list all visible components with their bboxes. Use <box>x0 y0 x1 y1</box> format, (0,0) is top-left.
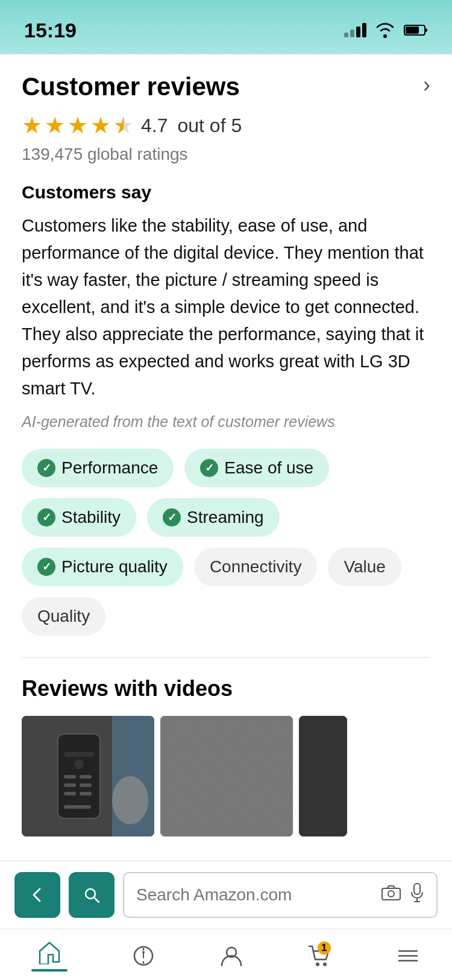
svg-point-34 <box>316 963 319 966</box>
star-1: ★ <box>22 112 42 139</box>
svg-rect-12 <box>64 805 91 809</box>
tag-quality[interactable]: Quality <box>22 597 105 636</box>
star-4: ★ <box>90 112 111 139</box>
svg-line-22 <box>94 897 99 902</box>
svg-rect-20 <box>299 716 347 836</box>
spacer <box>0 836 452 861</box>
nav-account[interactable] <box>219 944 243 968</box>
tag-check-streaming <box>163 508 181 526</box>
tag-connectivity[interactable]: Connectivity <box>194 548 318 586</box>
section-divider <box>22 657 430 658</box>
svg-rect-6 <box>64 775 76 779</box>
tag-performance[interactable]: Performance <box>22 449 174 487</box>
tag-value[interactable]: Value <box>328 548 401 586</box>
search-input-wrapper <box>123 872 438 918</box>
star-rating: ★ ★ ★ ★ ★ ★ <box>22 112 131 139</box>
back-button[interactable] <box>14 872 60 918</box>
home-indicator <box>0 978 452 980</box>
video-thumb-1[interactable] <box>22 716 154 836</box>
svg-point-4 <box>74 759 84 769</box>
nav-active-indicator <box>31 969 67 972</box>
search-input[interactable] <box>136 885 372 905</box>
tag-check-picture-quality <box>37 558 55 576</box>
video-thumbnails-row <box>0 716 452 836</box>
rating-out-of: out of 5 <box>177 115 242 137</box>
tags-container: Performance Ease of use Stability Stream… <box>22 449 430 636</box>
svg-point-35 <box>323 963 327 966</box>
svg-rect-9 <box>80 783 92 787</box>
menu-icon <box>395 944 421 968</box>
chevron-right-icon[interactable]: › <box>423 72 430 98</box>
home-icon <box>37 940 62 964</box>
bottom-nav: 1 <box>0 929 452 978</box>
cart-badge: 1 <box>318 941 331 955</box>
nav-menu[interactable] <box>395 944 421 968</box>
star-half: ★ ★ <box>113 112 131 139</box>
mic-icon[interactable] <box>410 882 424 907</box>
battery-icon <box>404 24 428 37</box>
global-ratings: 139,475 global ratings <box>22 145 430 164</box>
video-thumb-3[interactable] <box>299 716 347 836</box>
page-title: Customer reviews <box>22 72 240 101</box>
svg-rect-1 <box>406 27 419 34</box>
status-time: 15:19 <box>24 19 77 42</box>
reviews-videos-title: Reviews with videos <box>22 676 430 701</box>
svg-rect-5 <box>64 752 94 757</box>
svg-rect-25 <box>414 884 420 894</box>
tag-check-ease-of-use <box>200 459 218 477</box>
tag-check-performance <box>37 459 55 477</box>
account-icon <box>219 944 243 968</box>
video-thumb-2[interactable] <box>160 716 293 836</box>
nav-cart[interactable]: 1 <box>307 944 332 968</box>
rating-score: 4.7 <box>141 115 168 137</box>
camera-icon[interactable] <box>381 884 401 905</box>
star-2: ★ <box>45 112 65 139</box>
svg-point-24 <box>388 891 394 897</box>
deals-icon <box>131 944 156 968</box>
video-thumb-2-img <box>160 716 293 836</box>
tag-stability[interactable]: Stability <box>22 498 136 537</box>
svg-rect-16 <box>160 716 293 836</box>
tag-ease-of-use[interactable]: Ease of use <box>184 449 329 487</box>
wifi-icon <box>375 22 395 38</box>
svg-rect-8 <box>64 783 76 787</box>
svg-rect-10 <box>64 792 76 795</box>
svg-point-32 <box>142 951 145 953</box>
svg-rect-23 <box>382 888 400 900</box>
status-icons <box>344 22 428 38</box>
main-content: Customer reviews › ★ ★ ★ ★ ★ ★ 4.7 out o… <box>0 54 452 836</box>
nav-deals[interactable] <box>131 944 156 968</box>
star-3: ★ <box>67 112 88 139</box>
tag-picture-quality[interactable]: Picture quality <box>22 548 183 586</box>
ai-generated-note: AI-generated from the text of customer r… <box>22 413 430 431</box>
video-thumb-1-img <box>22 716 154 836</box>
search-bar-container <box>0 861 452 929</box>
customers-say-text: Customers like the stability, ease of us… <box>22 212 430 402</box>
status-bar: 15:19 <box>0 0 452 54</box>
svg-rect-11 <box>80 792 92 795</box>
svg-rect-7 <box>80 775 92 779</box>
svg-rect-14 <box>112 716 154 836</box>
video-thumb-3-img <box>299 716 347 836</box>
search-icon-button[interactable] <box>69 872 115 918</box>
rating-row[interactable]: ★ ★ ★ ★ ★ ★ 4.7 out of 5 <box>22 112 430 139</box>
nav-home[interactable] <box>31 940 67 972</box>
tag-check-stability <box>37 508 55 526</box>
search-icon <box>82 885 101 905</box>
customers-say-title: Customers say <box>22 182 430 203</box>
signal-icon <box>344 23 366 37</box>
tag-streaming[interactable]: Streaming <box>147 498 280 537</box>
back-arrow-icon <box>28 885 47 905</box>
